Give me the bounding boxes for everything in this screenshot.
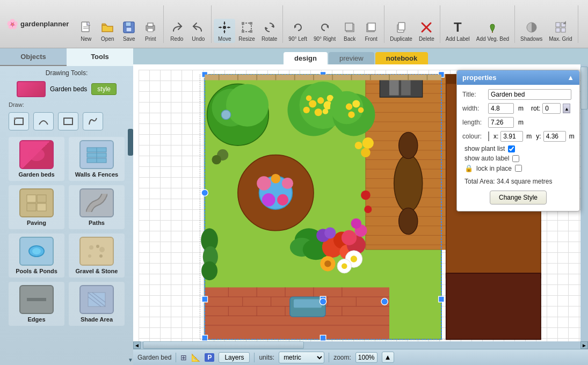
orient-toolbar-group: 90° Left 90° Right Back Front — [283, 5, 384, 43]
tool-item-shade-area[interactable]: Shade Area — [69, 282, 125, 326]
undo-button[interactable]: Undo — [187, 19, 209, 43]
svg-point-98 — [282, 178, 293, 189]
lock-in-place-checkbox[interactable] — [515, 165, 522, 172]
draw-tool-curve[interactable] — [33, 112, 54, 130]
new-button[interactable]: New — [75, 19, 97, 43]
file-toolbar-group: New Open Save Print — [73, 5, 164, 43]
tool-item-garden-beds[interactable]: Garden beds — [9, 137, 64, 181]
drawing-tools-header: Drawing Tools: — [0, 66, 133, 79]
rot-input[interactable] — [542, 103, 561, 114]
new-label: New — [81, 36, 91, 42]
tool-icon-paths — [79, 188, 114, 217]
show-plant-list-checkbox[interactable] — [508, 145, 515, 152]
add-label-label: Add Label — [446, 36, 470, 42]
print-button[interactable]: Print — [140, 19, 161, 43]
svg-rect-93 — [389, 80, 399, 95]
svg-rect-5 — [126, 27, 132, 32]
front-label: Front — [365, 36, 378, 42]
add-veg-bed-button[interactable]: Add Veg. Bed — [473, 19, 512, 43]
tool-item-pools-ponds[interactable]: Pools & Ponds — [9, 233, 64, 278]
open-button[interactable]: Open — [97, 19, 118, 43]
add-label-button[interactable]: T Add Label — [442, 19, 473, 43]
front-button[interactable]: Front — [360, 19, 382, 43]
rotate-right-button[interactable]: 90° Right — [310, 19, 339, 43]
move-icon — [217, 20, 232, 35]
svg-point-139 — [324, 227, 336, 238]
x-input[interactable] — [500, 131, 523, 142]
colour-swatch[interactable] — [488, 132, 489, 141]
rotate-left-button[interactable]: 90° Left — [285, 19, 310, 43]
delete-label: Delete — [419, 36, 434, 42]
svg-rect-28 — [398, 23, 405, 30]
show-auto-label-row: show auto label — [462, 155, 574, 162]
redo-button[interactable]: Redo — [166, 19, 187, 43]
view-toolbar-group: Shadows Max. Grid — [515, 5, 578, 43]
resize-button[interactable]: Resize — [235, 19, 258, 43]
draw-tool-freeform[interactable] — [83, 112, 103, 130]
tool-grid: Garden beds Walls & Fences Paving Paths — [0, 133, 133, 330]
save-button[interactable]: Save — [118, 19, 140, 43]
canvas[interactable]: properties ▲ Title: width: m rot: ▲ leng — [133, 64, 588, 349]
max-grid-button[interactable]: Max. Grid — [546, 19, 575, 43]
title-row: Title: — [462, 89, 574, 100]
tool-item-gravel-stone[interactable]: Gravel & Stone — [69, 233, 125, 278]
shadows-button[interactable]: Shadows — [517, 19, 546, 43]
grid-icon[interactable]: ⊞ — [180, 353, 187, 362]
length-row: length: m — [462, 117, 574, 128]
style-button[interactable]: style — [91, 83, 117, 95]
move-button[interactable]: Move — [214, 19, 235, 43]
svg-point-113 — [323, 108, 329, 114]
props-collapse-icon[interactable]: ▲ — [567, 74, 574, 82]
duplicate-button[interactable]: Duplicate — [387, 19, 416, 43]
status-sep-1 — [176, 353, 176, 362]
tool-label-garden-beds: Garden beds — [18, 171, 54, 178]
h-scroll-right[interactable]: ► — [580, 341, 588, 349]
show-auto-label-checkbox[interactable] — [512, 155, 519, 162]
title-input[interactable] — [488, 89, 571, 100]
tab-design[interactable]: design — [284, 52, 328, 64]
tool-item-walls-fences[interactable]: Walls & Fences — [69, 137, 125, 181]
rot-up-arrow[interactable]: ▲ — [563, 104, 570, 113]
svg-point-108 — [309, 100, 316, 107]
svg-point-99 — [262, 193, 275, 207]
width-input[interactable] — [488, 103, 514, 114]
svg-marker-19 — [271, 25, 274, 28]
ruler-icon[interactable]: 📐 — [191, 353, 200, 362]
duplicate-icon — [394, 20, 409, 35]
tool-label-edges: Edges — [27, 316, 45, 323]
open-label: Open — [101, 36, 114, 42]
draw-tool-rect-corner[interactable] — [9, 112, 29, 130]
svg-point-141 — [351, 218, 361, 229]
tab-objects[interactable]: Objects — [0, 48, 67, 66]
units-select[interactable]: metric imperial — [279, 352, 324, 363]
v-scroll-thumb[interactable] — [580, 67, 588, 110]
x-label: x: — [493, 133, 498, 140]
p-icon[interactable]: P — [205, 353, 214, 362]
zoom-up-button[interactable]: ▲ — [382, 352, 394, 363]
tool-item-paths[interactable]: Paths — [69, 185, 125, 229]
length-input[interactable] — [488, 117, 514, 128]
duplicate-label: Duplicate — [390, 36, 412, 42]
change-style-button[interactable]: Change Style — [490, 191, 547, 205]
tab-preview[interactable]: preview — [329, 52, 374, 64]
h-scroll-thumb[interactable] — [143, 341, 304, 349]
svg-rect-165 — [294, 299, 322, 308]
tab-tools[interactable]: Tools — [67, 48, 133, 66]
back-button[interactable]: Back — [339, 19, 360, 43]
svg-rect-15 — [242, 22, 244, 25]
tool-item-edges[interactable]: Edges — [9, 282, 64, 326]
y-input[interactable] — [543, 131, 566, 142]
h-scroll-left[interactable]: ◄ — [133, 341, 141, 349]
tool-item-paving[interactable]: Paving — [9, 185, 64, 229]
rotate-button[interactable]: Rotate — [258, 19, 280, 43]
svg-point-119 — [352, 100, 360, 107]
svg-rect-92 — [380, 78, 422, 97]
tab-notebook[interactable]: notebook — [375, 52, 429, 64]
delete-button[interactable]: Delete — [416, 19, 438, 43]
draw-tool-rect[interactable] — [58, 112, 78, 130]
svg-rect-48 — [27, 203, 36, 211]
svg-point-143 — [364, 206, 372, 213]
layers-button[interactable]: Layers — [219, 352, 250, 363]
tool-label-gravel-stone: Gravel & Stone — [76, 268, 118, 274]
svg-rect-171 — [202, 296, 208, 302]
